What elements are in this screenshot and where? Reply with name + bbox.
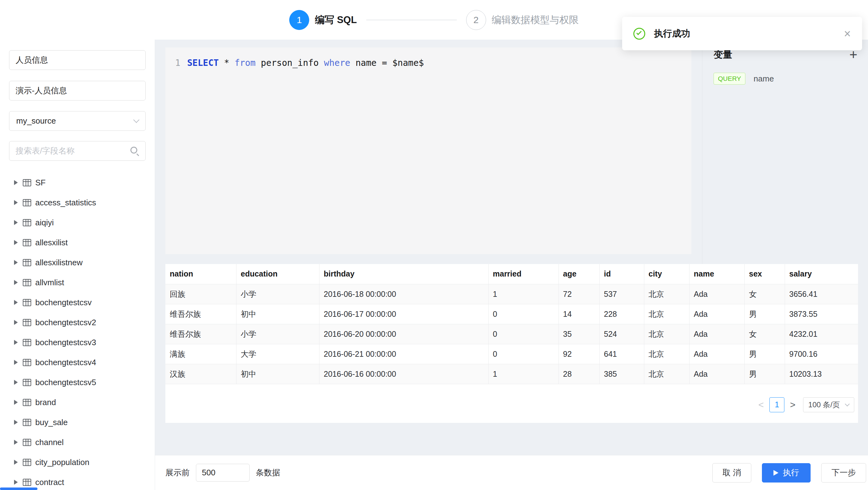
table-name: channel — [35, 437, 64, 447]
results-body: 回族小学2016-06-18 00:00:00172537北京Ada女3656.… — [165, 284, 858, 384]
table-cell: 14 — [558, 304, 599, 324]
caret-right-icon[interactable] — [14, 220, 18, 225]
table-cell: 1 — [488, 364, 558, 384]
table-cell: 537 — [599, 284, 644, 304]
dataset-display-name-input[interactable] — [9, 81, 146, 100]
cancel-button[interactable]: 取 消 — [712, 463, 751, 483]
row-limit-input[interactable] — [196, 464, 250, 482]
table-cell: 3873.55 — [785, 304, 858, 324]
caret-right-icon[interactable] — [14, 380, 18, 385]
caret-right-icon[interactable] — [14, 420, 18, 425]
table-icon — [23, 279, 31, 286]
table-cell: 3656.41 — [785, 284, 858, 304]
table-name: bochengtestcsv4 — [35, 358, 96, 367]
table-icon — [23, 219, 31, 226]
column-header-name: name — [689, 264, 744, 284]
caret-right-icon[interactable] — [14, 440, 18, 445]
step-1[interactable]: 1 编写 SQL — [289, 10, 356, 30]
horizontal-scrollbar-thumb[interactable] — [0, 488, 37, 490]
caret-right-icon[interactable] — [14, 180, 18, 185]
tree-item-city_population[interactable]: city_population — [9, 452, 145, 472]
variable-list: QUERYname — [714, 73, 858, 85]
sql-editor[interactable]: 1 SELECT * from person_info where name =… — [165, 48, 691, 254]
tree-item-allesxilistnew[interactable]: allesxilistnew — [9, 252, 145, 272]
table-cell: 35 — [558, 324, 599, 344]
table-row: 维吾尔族初中2016-06-17 00:00:00014228北京Ada男387… — [165, 304, 858, 324]
table-cell: 北京 — [644, 324, 689, 344]
tree-item-SF[interactable]: SF — [9, 173, 145, 192]
sql-editor-wrap: 1 SELECT * from person_info where name =… — [155, 40, 702, 264]
tree-item-allvmlist[interactable]: allvmlist — [9, 272, 145, 293]
caret-right-icon[interactable] — [14, 460, 18, 465]
table-cell: 回族 — [165, 284, 236, 304]
table-cell: 女 — [744, 284, 785, 304]
tree-item-aiqiyi[interactable]: aiqiyi — [9, 213, 145, 233]
table-name: brand — [35, 398, 56, 407]
column-header-salary: salary — [785, 264, 858, 284]
step-2[interactable]: 2 编辑数据模型与权限 — [466, 10, 579, 30]
table-name: bochengtestcsv2 — [35, 318, 96, 327]
step-connector-line — [366, 20, 457, 20]
table-cell: 385 — [599, 364, 644, 384]
table-icon — [23, 299, 31, 306]
caret-right-icon[interactable] — [14, 360, 18, 365]
line-number: 1 — [165, 56, 180, 70]
caret-right-icon[interactable] — [14, 300, 18, 305]
run-button[interactable]: 执行 — [762, 463, 811, 483]
table-name: buy_sale — [35, 418, 68, 427]
tree-item-bochengtestcsv[interactable]: bochengtestcsv — [9, 293, 145, 312]
tree-item-channel[interactable]: channel — [9, 432, 145, 452]
tree-item-bochengtestcsv4[interactable]: bochengtestcsv4 — [9, 353, 145, 372]
prev-page-button[interactable]: < — [755, 399, 767, 410]
caret-right-icon[interactable] — [14, 400, 18, 405]
table-icon — [23, 479, 31, 486]
tree-item-bochengtestcsv2[interactable]: bochengtestcsv2 — [9, 312, 145, 332]
chevron-down-icon — [133, 117, 140, 123]
pagination: < 1 > 100 条/页 — [165, 384, 858, 412]
table-row: 满族大学2016-06-21 00:00:00092641北京Ada男9700.… — [165, 344, 858, 364]
dataset-name-input[interactable] — [9, 50, 146, 70]
tree-item-brand[interactable]: brand — [9, 392, 145, 412]
caret-right-icon[interactable] — [14, 260, 18, 265]
caret-right-icon[interactable] — [14, 480, 18, 485]
table-name: allesxilistnew — [35, 258, 83, 268]
table-cell: Ada — [689, 344, 744, 364]
table-name: access_statistics — [35, 198, 96, 208]
caret-right-icon[interactable] — [14, 320, 18, 325]
next-step-button[interactable]: 下一步 — [821, 463, 866, 483]
page-size-select[interactable]: 100 条/页 — [803, 397, 854, 412]
tree-item-bochengtestcsv5[interactable]: bochengtestcsv5 — [9, 372, 145, 392]
table-name: bochengtestcsv3 — [35, 338, 96, 347]
caret-right-icon[interactable] — [14, 240, 18, 245]
run-button-label: 执行 — [783, 467, 799, 478]
table-name: bochengtestcsv5 — [35, 378, 96, 387]
current-page-button[interactable]: 1 — [769, 397, 784, 412]
caret-right-icon[interactable] — [14, 200, 18, 205]
table-icon — [23, 459, 31, 466]
table-cell: 小学 — [236, 324, 319, 344]
table-cell: 小学 — [236, 284, 319, 304]
tree-item-buy_sale[interactable]: buy_sale — [9, 412, 145, 432]
table-cell: 28 — [558, 364, 599, 384]
datasource-select[interactable]: my_source — [9, 111, 146, 131]
caret-right-icon[interactable] — [14, 340, 18, 345]
caret-right-icon[interactable] — [14, 280, 18, 285]
table-cell: 0 — [488, 304, 558, 324]
tree-item-bochengtestcsv3[interactable]: bochengtestcsv3 — [9, 332, 145, 353]
close-icon[interactable]: × — [844, 28, 851, 40]
table-cell: 92 — [558, 344, 599, 364]
stepper: 1 编写 SQL 2 编辑数据模型与权限 — [289, 10, 579, 30]
search-input[interactable] — [9, 142, 130, 160]
table-name: allvmlist — [35, 278, 64, 287]
tree-item-access_statistics[interactable]: access_statistics — [9, 192, 145, 213]
column-header-city: city — [644, 264, 689, 284]
limit-suffix-label: 条数据 — [256, 467, 280, 478]
tree-item-allesxilist[interactable]: allesxilist — [9, 233, 145, 252]
next-page-button[interactable]: > — [787, 399, 799, 410]
search-icon — [130, 146, 140, 156]
step-1-circle: 1 — [289, 10, 309, 30]
page-size-value: 100 条/页 — [808, 400, 840, 410]
search-box[interactable] — [9, 141, 146, 161]
table-cell: 女 — [744, 324, 785, 344]
table-cell: 男 — [744, 344, 785, 364]
